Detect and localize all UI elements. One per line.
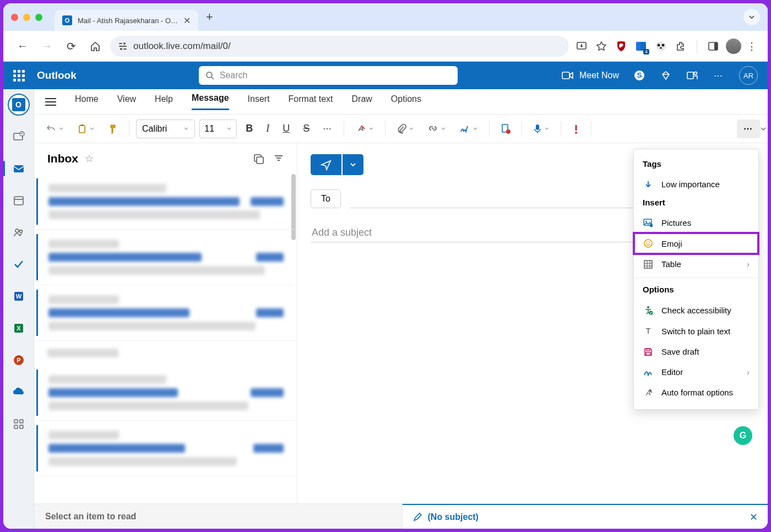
tab-options[interactable]: Options (391, 94, 421, 110)
extensions-icon[interactable] (674, 39, 688, 53)
menu-auto-format[interactable]: A Auto format options (634, 382, 758, 403)
tab-view[interactable]: View (117, 94, 136, 110)
side-panel-icon[interactable] (706, 39, 720, 53)
reload-button[interactable]: ⟳ (62, 37, 80, 56)
menu-table[interactable]: Table › (634, 254, 758, 274)
meet-now-button[interactable]: Meet Now (562, 70, 619, 80)
premium-icon[interactable] (660, 69, 672, 82)
rail-more-apps-icon[interactable] (8, 413, 30, 435)
browser-menu-icon[interactable]: ⋮ (747, 40, 758, 52)
rail-powerpoint-icon[interactable]: P (8, 349, 30, 371)
list-item[interactable] (36, 285, 295, 341)
list-item[interactable] (36, 174, 295, 230)
rail-calendar-icon[interactable] (8, 189, 30, 211)
bold-button[interactable]: B (241, 120, 257, 138)
rail-newmail-icon[interactable]: + (8, 126, 30, 148)
menu-low-importance[interactable]: Low importance (634, 174, 758, 194)
rail-mail-icon[interactable] (8, 158, 30, 180)
forward-button[interactable]: → (37, 37, 56, 56)
bookmark-icon[interactable] (594, 39, 609, 53)
tab-help[interactable]: Help (155, 94, 173, 110)
close-draft-icon[interactable]: ✕ (750, 511, 758, 523)
strikethrough-button[interactable]: S (298, 120, 314, 138)
tab-close-icon[interactable]: ✕ (183, 15, 191, 26)
paste-button[interactable] (73, 120, 99, 138)
high-importance-button[interactable] (568, 120, 584, 138)
menu-emoji[interactable]: Emoji (634, 233, 758, 254)
toolbar-overflow-button[interactable]: ⋯ (737, 120, 760, 138)
rail-excel-icon[interactable]: X (8, 317, 30, 339)
font-select[interactable]: Calibri (136, 120, 195, 138)
font-size-select[interactable]: 11 (199, 120, 237, 138)
browser-tab[interactable]: O Mail - Atish Rajasekharan - O… ✕ (55, 10, 198, 31)
ublock-icon[interactable] (614, 39, 628, 53)
to-button[interactable]: To (311, 189, 341, 208)
nav-toggle-icon[interactable] (45, 98, 56, 106)
more-icon[interactable]: ⋯ (713, 70, 725, 81)
install-app-icon[interactable] (574, 39, 589, 53)
auto-format-icon: A (643, 388, 654, 397)
menu-pictures[interactable]: Pictures (634, 213, 758, 233)
menu-check-accessibility[interactable]: Check accessibility (634, 300, 758, 321)
close-window-icon[interactable] (11, 14, 18, 21)
back-button[interactable]: ← (13, 37, 32, 56)
attach-button[interactable] (392, 120, 419, 138)
profile-avatar[interactable] (726, 39, 741, 54)
dictate-button[interactable] (529, 120, 554, 138)
svg-rect-1 (119, 46, 127, 47)
svg-rect-27 (14, 165, 24, 172)
svg-rect-22 (687, 72, 693, 79)
draft-tab[interactable]: (No subject) ✕ (402, 504, 768, 529)
chevron-right-icon: › (747, 367, 750, 377)
app-launcher-icon[interactable] (13, 70, 25, 82)
tab-format-text[interactable]: Format text (289, 94, 333, 110)
rail-todo-icon[interactable] (8, 253, 30, 275)
site-settings-icon[interactable] (118, 41, 128, 51)
link-button[interactable] (423, 120, 450, 138)
address-bar[interactable]: outlook.live.com/mail/0/ (110, 36, 569, 57)
tab-message[interactable]: Message (192, 93, 229, 110)
list-item[interactable] (36, 365, 295, 421)
menu-editor[interactable]: Editor › (634, 362, 758, 382)
maximize-window-icon[interactable] (35, 14, 42, 21)
teams-icon[interactable] (686, 69, 698, 82)
grammarly-icon[interactable]: G (734, 426, 752, 445)
svg-rect-69 (647, 349, 650, 351)
menu-save-draft[interactable]: Save draft (634, 341, 758, 362)
user-avatar[interactable]: AR (739, 66, 758, 85)
underline-button[interactable]: U (278, 120, 294, 138)
message-list[interactable] (34, 174, 297, 503)
sensitivity-button[interactable] (496, 120, 515, 138)
favorite-folder-icon[interactable]: ☆ (85, 153, 94, 165)
home-button[interactable] (86, 37, 105, 56)
tab-home[interactable]: Home (75, 94, 99, 110)
skype-icon[interactable]: S (633, 69, 645, 82)
send-options-button[interactable] (343, 154, 363, 175)
rail-onedrive-icon[interactable] (8, 381, 30, 403)
minimize-window-icon[interactable] (23, 14, 30, 21)
signature-button[interactable] (455, 120, 482, 138)
undo-button[interactable] (42, 120, 68, 138)
tab-insert[interactable]: Insert (248, 94, 270, 110)
tab-overflow-button[interactable] (743, 9, 760, 25)
extension-blue-icon[interactable]: 4 (634, 39, 648, 53)
italic-button[interactable]: I (262, 120, 274, 138)
rail-outlook-icon[interactable]: O (8, 94, 30, 116)
list-item[interactable] (36, 421, 295, 476)
send-button[interactable] (311, 154, 341, 175)
more-formatting-button[interactable]: ⋯ (318, 120, 337, 138)
filter-icon[interactable] (274, 153, 284, 164)
new-tab-button[interactable]: + (206, 10, 213, 24)
collapse-ribbon-icon[interactable] (760, 126, 767, 132)
extension-panda-icon[interactable] (654, 39, 668, 53)
format-painter-button[interactable] (104, 120, 122, 138)
rail-word-icon[interactable]: W (8, 285, 30, 307)
list-item[interactable] (36, 230, 295, 285)
menu-switch-plain-text[interactable]: T Switch to plain text (634, 321, 758, 341)
svg-text:P: P (17, 357, 20, 363)
rail-people-icon[interactable] (8, 221, 30, 243)
select-all-icon[interactable] (253, 153, 264, 164)
search-input[interactable]: Search (199, 66, 458, 85)
tab-draw[interactable]: Draw (352, 94, 372, 110)
clear-formatting-button[interactable]: A (351, 120, 378, 138)
